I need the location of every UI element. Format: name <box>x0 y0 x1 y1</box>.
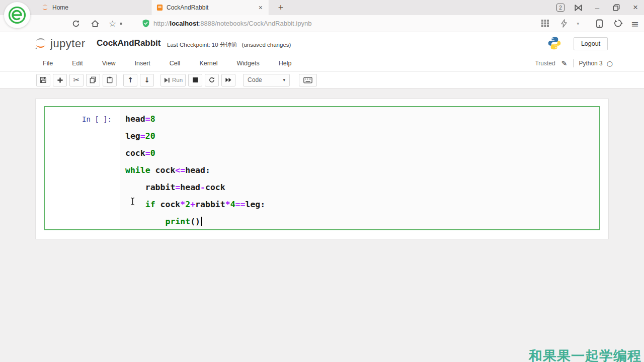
code-editor[interactable]: head=8leg=20cock=0while cock<=head: rabb… <box>120 107 599 229</box>
notebook-body: In [ ]: head=8leg=20cock=0while cock<=he… <box>0 88 644 362</box>
checkpoint-text: Last Checkpoint: 10 分钟前 <box>167 42 237 48</box>
menu-edit[interactable]: Edit <box>72 60 83 67</box>
code-line[interactable]: rabbit=head-cock <box>125 179 599 196</box>
kernel-name: Python 3 <box>579 60 602 67</box>
url-host: localhost <box>170 20 199 27</box>
tab-home-label: Home <box>52 4 139 11</box>
menu-widgets[interactable]: Widgets <box>237 60 260 67</box>
add-cell-button[interactable] <box>53 74 67 86</box>
code-line[interactable]: while cock<=head: <box>125 162 599 179</box>
notebook-toolbar: ✂ ↑ ↓ Run Code ▾ <box>0 72 644 88</box>
tab-close-icon[interactable]: × <box>258 4 264 12</box>
restore-button[interactable] <box>611 2 622 13</box>
jupyter-logo-icon <box>34 36 47 50</box>
move-cell-down-button[interactable]: ↓ <box>140 74 154 86</box>
menu-help[interactable]: Help <box>279 60 292 67</box>
screen: Home CockAndRabbit × + 2 – <box>0 0 644 362</box>
new-tab-button[interactable]: + <box>274 1 287 14</box>
history-restore-icon[interactable] <box>612 18 623 29</box>
address-bar: ☆ http://localhost:8888/notebooks/CockAn… <box>0 15 644 32</box>
jupyter-logo-text: jupyter <box>50 37 86 50</box>
restart-icon <box>208 76 215 83</box>
notebook-file-icon <box>156 4 163 11</box>
copy-cell-button[interactable] <box>86 74 100 86</box>
menu-insert[interactable]: Insert <box>135 60 150 67</box>
text-caret <box>201 217 202 226</box>
tab-home[interactable]: Home <box>36 0 144 15</box>
home-icon[interactable] <box>90 18 101 29</box>
minimize-button[interactable]: – <box>592 2 603 13</box>
cut-cell-button[interactable]: ✂ <box>69 74 84 86</box>
jupyter-header: jupyter CockAndRabbit Last Checkpoint: 1… <box>0 32 644 55</box>
restart-run-all-button[interactable] <box>221 74 235 86</box>
addressbar-right-icons: ▾ ≡ <box>540 18 639 29</box>
edit-mode-pencil-icon: ✎ <box>561 59 568 67</box>
mouse-ibeam-cursor <box>130 197 135 206</box>
code-line[interactable]: if cock*2+rabbit*4==leg: <box>125 196 599 213</box>
kernel-indicator: Python 3 ○ <box>573 59 613 67</box>
menu-file[interactable]: File <box>43 60 53 67</box>
unsaved-changes-text: (unsaved changes) <box>242 42 291 48</box>
menu-view[interactable]: View <box>102 60 116 67</box>
cell-type-value: Code <box>248 76 262 83</box>
url-scheme: http:// <box>153 20 170 27</box>
run-button[interactable]: Run <box>160 74 186 86</box>
tab-active-label: CockAndRabbit <box>167 4 254 11</box>
checkpoint-status: Last Checkpoint: 10 分钟前 (unsaved changes… <box>167 41 291 49</box>
flash-accelerate-icon[interactable] <box>558 18 570 29</box>
notebook-container: In [ ]: head=8leg=20cock=0while cock<=he… <box>35 99 609 239</box>
close-window-button[interactable]: × <box>630 2 641 13</box>
stop-icon <box>192 77 198 83</box>
step-forward-icon <box>164 77 170 83</box>
jupyter-mini-icon <box>41 4 49 12</box>
favorites-star-icon[interactable]: ☆ <box>109 19 116 29</box>
url-field[interactable]: http://localhost:8888/notebooks/CockAndR… <box>142 19 311 28</box>
input-prompt: In [ ]: <box>82 115 120 123</box>
window-controls: 2 – × <box>556 0 641 15</box>
jupyter-logo[interactable]: jupyter <box>34 36 86 50</box>
menu-bar: FileEditViewInsertCellKernelWidgetsHelp … <box>0 55 644 72</box>
menu-items: FileEditViewInsertCellKernelWidgetsHelp <box>43 60 291 67</box>
keyboard-icon <box>303 77 312 83</box>
trusted-badge[interactable]: Trusted <box>535 60 555 67</box>
browser-titlebar: Home CockAndRabbit × + 2 – <box>0 0 644 15</box>
save-button[interactable] <box>36 74 50 86</box>
run-label: Run <box>172 77 183 83</box>
dropdown-caret-icon: ▾ <box>283 77 286 82</box>
interrupt-kernel-button[interactable] <box>188 74 202 86</box>
code-line[interactable]: print() <box>125 213 599 229</box>
flash-dropdown-icon[interactable]: ▾ <box>577 21 580 26</box>
restart-kernel-button[interactable] <box>205 74 219 86</box>
cell-type-dropdown[interactable]: Code ▾ <box>243 74 290 86</box>
menu-kernel[interactable]: Kernel <box>199 60 217 67</box>
kernel-idle-icon: ○ <box>607 59 613 67</box>
favorites-dropdown-icon[interactable] <box>120 23 122 25</box>
python-logo-icon <box>547 36 561 50</box>
paste-cell-button[interactable] <box>103 74 117 86</box>
menu-cell[interactable]: Cell <box>170 60 181 67</box>
skin-butterfly-icon[interactable] <box>573 2 584 13</box>
url-text: http://localhost:8888/notebooks/CockAndR… <box>153 20 311 27</box>
refresh-icon[interactable] <box>70 18 82 29</box>
security-shield-icon <box>142 19 150 28</box>
prompt-column: In [ ]: <box>45 107 120 229</box>
fast-forward-icon <box>225 77 232 83</box>
command-palette-button[interactable] <box>299 74 317 86</box>
browser-menu-icon[interactable]: ≡ <box>631 18 639 29</box>
code-line[interactable]: leg=20 <box>125 128 599 145</box>
code-cell[interactable]: In [ ]: head=8leg=20cock=0while cock<=he… <box>44 106 600 230</box>
code-line[interactable]: head=8 <box>125 111 599 128</box>
move-cell-up-button[interactable]: ↑ <box>123 74 137 86</box>
apps-grid-icon[interactable] <box>540 18 551 29</box>
menu-right-status: Trusted ✎ Python 3 ○ <box>535 59 613 67</box>
notebook-title[interactable]: CockAndRabbit <box>97 38 161 48</box>
url-path: :8888/notebooks/CockAndRabbit.ipynb <box>199 20 312 27</box>
send-to-phone-icon[interactable] <box>594 18 605 29</box>
watermark-text: 和果果一起学编程 <box>529 347 641 362</box>
browser-logo-icon[interactable] <box>4 2 30 28</box>
code-line[interactable]: cock=0 <box>125 145 599 162</box>
ie-green-e-icon <box>8 6 27 25</box>
logout-button[interactable]: Logout <box>574 37 608 50</box>
window-count-badge[interactable]: 2 <box>556 4 565 12</box>
tab-cockandrabbit[interactable]: CockAndRabbit × <box>151 0 269 15</box>
